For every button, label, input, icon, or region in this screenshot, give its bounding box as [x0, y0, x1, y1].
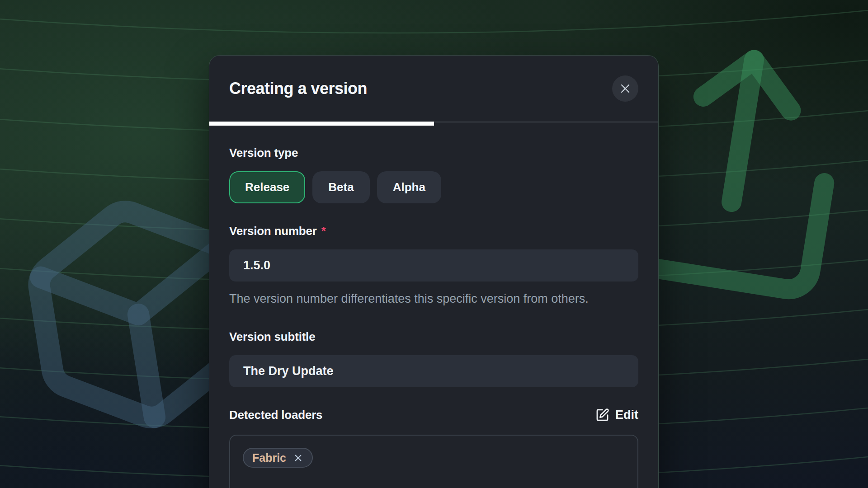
version-number-label: Version number: [229, 224, 317, 238]
modal-header: Creating a version: [209, 56, 658, 122]
loader-chip-label: Fabric: [252, 451, 286, 465]
required-asterisk: *: [321, 224, 326, 238]
version-subtitle-label: Version subtitle: [229, 330, 315, 344]
x-icon: [618, 82, 632, 95]
version-subtitle-label-row: Version subtitle: [229, 330, 638, 344]
x-icon: [293, 453, 303, 463]
version-type-alpha-button[interactable]: Alpha: [377, 171, 441, 203]
version-number-input[interactable]: [229, 249, 638, 282]
version-type-release-button[interactable]: Release: [229, 171, 305, 203]
upload-arrow-icon: [632, 46, 842, 292]
modal-body: Version type Release Beta Alpha Version …: [209, 126, 658, 488]
page: Creating a version Version type Release …: [0, 0, 868, 488]
remove-loader-button[interactable]: [293, 453, 303, 463]
creating-version-modal: Creating a version Version type Release …: [209, 55, 659, 488]
close-button[interactable]: [612, 75, 638, 102]
detected-loaders-box: Fabric: [229, 435, 638, 488]
modal-title: Creating a version: [229, 79, 367, 98]
pencil-square-icon: [595, 408, 609, 422]
version-number-help-text: The version number differentiates this s…: [229, 291, 618, 307]
edit-label: Edit: [615, 408, 638, 422]
version-number-label-row: Version number *: [229, 224, 638, 238]
version-subtitle-input[interactable]: [229, 355, 638, 387]
detected-loaders-label: Detected loaders: [229, 408, 322, 422]
progress-fill: [209, 122, 434, 126]
version-type-beta-button[interactable]: Beta: [312, 171, 369, 203]
version-type-label: Version type: [229, 146, 298, 160]
version-type-label-row: Version type: [229, 146, 638, 160]
progress-bar: [209, 122, 658, 126]
detected-loaders-header: Detected loaders Edit: [229, 408, 638, 422]
version-type-options: Release Beta Alpha: [229, 171, 638, 203]
loader-chip-fabric: Fabric: [243, 448, 313, 468]
edit-loaders-button[interactable]: Edit: [595, 408, 638, 422]
